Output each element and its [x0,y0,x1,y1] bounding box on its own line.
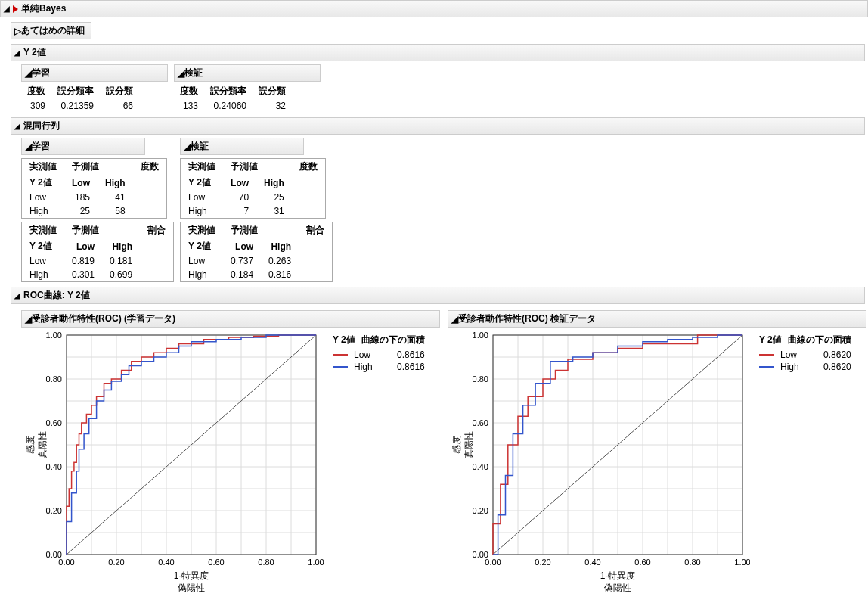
disclosure-right-icon[interactable]: ▷ [14,26,21,36]
confusion-train-rate-table: 実測値予測値割合 Y 2値LowHigh Low0.8190.181 High0… [21,222,174,282]
confusion-train-count-table: 実測値予測値度数 Y 2値LowHigh Low18541 High2558 [21,158,167,219]
svg-text:0.20: 0.20 [535,558,550,567]
svg-text:感度: 感度 [25,436,36,454]
svg-text:感度: 感度 [451,436,462,454]
svg-text:1-特異度: 1-特異度 [174,570,209,581]
disclosure-triangle-icon[interactable]: ◢ [4,5,10,13]
fit-detail-header[interactable]: ▷ あてはめの詳細 [11,22,91,39]
svg-text:0.60: 0.60 [46,418,62,427]
svg-text:真陽性: 真陽性 [37,431,48,458]
y2-section-header[interactable]: ◢ Y 2値 [11,44,865,61]
roc-train-legend: Y 2値曲線の下の面積 Low0.8616 High0.8616 [333,334,425,374]
svg-text:偽陽性: 偽陽性 [178,582,205,593]
training-header[interactable]: ◢ 学習 [21,64,168,82]
svg-text:0.80: 0.80 [684,558,700,567]
svg-text:1.00: 1.00 [46,331,62,340]
roc-train-chart: 0.000.000.200.200.400.400.600.600.800.80… [21,328,324,600]
main-title: 単純Bayes [21,2,66,15]
validation-stats-table: 度数誤分類率誤分類 1330.2406032 [174,83,292,113]
svg-text:0.20: 0.20 [473,506,488,515]
roc-section-header[interactable]: ◢ ROC曲線: Y 2値 [11,287,865,304]
svg-text:0.80: 0.80 [473,374,488,384]
roc-train-header[interactable]: ◢ 受診者動作特性(ROC) (学習データ) [21,310,440,328]
fit-detail-title: あてはめの詳細 [21,24,85,37]
disclosure-triangle-icon[interactable]: ◢ [14,291,20,300]
disclosure-triangle-icon[interactable]: ◢ [451,314,458,325]
svg-text:0.40: 0.40 [473,462,488,471]
confusion-val-rate-table: 実測値予測値割合 Y 2値LowHigh Low0.7370.263 High0… [180,222,333,282]
svg-text:0.60: 0.60 [634,558,650,567]
validation-header[interactable]: ◢ 検証 [174,64,321,82]
svg-text:1-特異度: 1-特異度 [600,570,636,581]
training-stats-table: 度数誤分類率誤分類 3090.2135966 [21,83,139,113]
svg-text:真陽性: 真陽性 [463,431,474,458]
roc-title: ROC曲線: Y 2値 [23,289,90,302]
training-title: 学習 [32,67,50,79]
svg-text:0.60: 0.60 [208,558,224,567]
legend-swatch-high [759,366,774,368]
roc-val-chart: 0.000.000.200.200.400.400.600.600.800.80… [448,328,750,600]
svg-text:0.80: 0.80 [258,558,274,567]
disclosure-triangle-icon[interactable]: ◢ [25,314,32,325]
svg-text:0.80: 0.80 [46,374,62,384]
roc-val-header[interactable]: ◢ 受診者動作特性(ROC) 検証データ [448,310,866,328]
confusion-val-header[interactable]: ◢ 検証 [180,138,304,155]
confusion-train-header[interactable]: ◢ 学習 [21,138,145,155]
svg-text:1.00: 1.00 [473,331,488,340]
svg-text:0.20: 0.20 [108,558,124,567]
menu-indicator-icon[interactable] [13,5,18,13]
svg-text:0.60: 0.60 [473,418,488,427]
svg-text:1.00: 1.00 [308,558,324,567]
legend-swatch-low [333,354,348,356]
svg-text:偽陽性: 偽陽性 [604,582,631,593]
roc-val-legend: Y 2値曲線の下の面積 Low0.8620 High0.8620 [759,334,851,374]
svg-text:0.40: 0.40 [46,462,62,471]
confusion-title: 混同行列 [23,120,60,132]
svg-text:0.20: 0.20 [46,506,62,515]
svg-text:0.40: 0.40 [158,558,174,567]
svg-text:0.00: 0.00 [46,550,62,559]
disclosure-triangle-icon[interactable]: ◢ [184,141,191,152]
svg-text:0.00: 0.00 [473,550,488,559]
disclosure-triangle-icon[interactable]: ◢ [25,141,32,152]
confusion-section-header[interactable]: ◢ 混同行列 [11,117,865,135]
svg-text:1.00: 1.00 [734,558,750,567]
disclosure-triangle-icon[interactable]: ◢ [14,48,20,57]
disclosure-triangle-icon[interactable]: ◢ [14,122,20,130]
legend-swatch-high [333,366,348,368]
confusion-val-count-table: 実測値予測値度数 Y 2値LowHigh Low7025 High731 [180,158,326,219]
y2-title: Y 2値 [23,46,46,59]
main-section-header[interactable]: ◢ 単純Bayes [0,0,868,17]
svg-text:0.40: 0.40 [584,558,600,567]
disclosure-triangle-icon[interactable]: ◢ [25,68,32,79]
validation-title: 検証 [184,67,203,79]
disclosure-triangle-icon[interactable]: ◢ [178,68,184,79]
legend-swatch-low [759,354,774,356]
